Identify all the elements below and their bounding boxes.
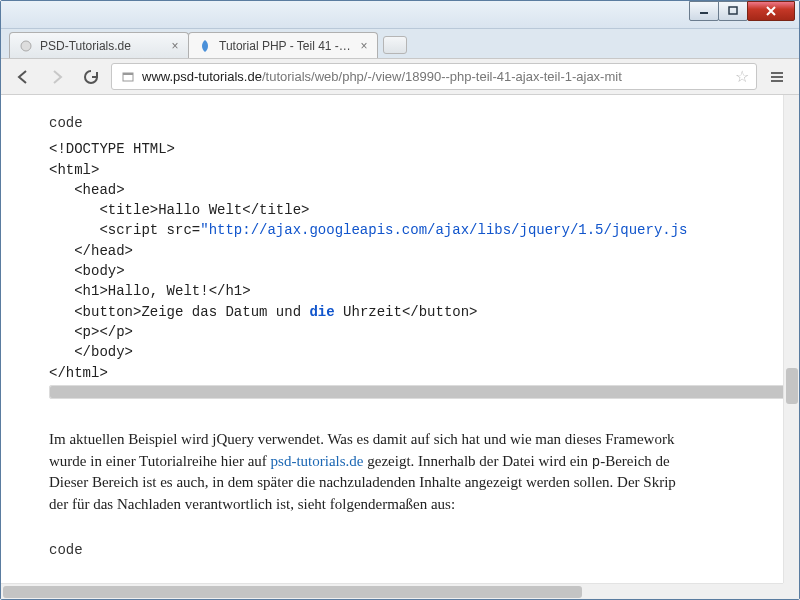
scroll-corner	[783, 583, 799, 599]
forward-button[interactable]	[43, 63, 71, 91]
viewport-v-scrollbar[interactable]	[783, 95, 799, 583]
page-viewport: code <!DOCTYPE HTML> <html> <head> <titl…	[1, 95, 799, 599]
window-titlebar	[1, 1, 799, 29]
chrome-menu-button[interactable]	[763, 63, 791, 91]
code-h-scrollbar[interactable]	[49, 385, 799, 399]
svg-rect-1	[729, 7, 737, 14]
minimize-icon	[699, 6, 709, 16]
svg-rect-0	[700, 12, 708, 14]
reload-icon	[83, 69, 99, 85]
arrow-left-icon	[14, 68, 32, 86]
reload-button[interactable]	[77, 63, 105, 91]
close-icon	[765, 5, 777, 17]
address-bar[interactable]: www.psd-tutorials.de/tutorials/web/php/-…	[111, 63, 757, 90]
code-label: code	[49, 540, 799, 560]
minimize-button[interactable]	[689, 1, 719, 21]
viewport-h-scrollbar[interactable]	[1, 583, 783, 599]
code-block: <!DOCTYPE HTML> <html> <head> <title>Hal…	[49, 139, 799, 383]
code-label: code	[49, 113, 799, 133]
inline-code: p	[592, 454, 600, 470]
tab-close-button[interactable]: ×	[168, 39, 182, 53]
tab-close-button[interactable]: ×	[357, 39, 371, 53]
svg-rect-6	[771, 76, 783, 78]
url-text: www.psd-tutorials.de/tutorials/web/php/-…	[142, 69, 732, 84]
globe-icon	[120, 69, 136, 85]
favicon-icon	[18, 38, 34, 54]
svg-rect-5	[771, 72, 783, 74]
code-h-scroll-thumb[interactable]	[50, 386, 799, 398]
article-paragraph: Im aktuellen Beispiel wird jQuery verwen…	[49, 429, 799, 516]
tabs-row: PSD-Tutorials.de × Tutorial PHP - Teil 4…	[1, 29, 799, 59]
inline-link[interactable]: psd-tutorials.de	[271, 453, 364, 469]
svg-rect-7	[771, 80, 783, 82]
svg-rect-4	[123, 73, 133, 75]
maximize-button[interactable]	[718, 1, 748, 21]
svg-point-2	[21, 41, 31, 51]
page-content: code <!DOCTYPE HTML> <html> <head> <titl…	[1, 95, 799, 599]
maximize-icon	[728, 6, 738, 16]
close-button[interactable]	[747, 1, 795, 21]
browser-toolbar: www.psd-tutorials.de/tutorials/web/php/-…	[1, 59, 799, 95]
back-button[interactable]	[9, 63, 37, 91]
viewport-h-scroll-thumb[interactable]	[3, 586, 582, 598]
arrow-right-icon	[48, 68, 66, 86]
menu-icon	[769, 69, 785, 85]
favicon-icon	[197, 38, 213, 54]
tab-1[interactable]: Tutorial PHP - Teil 41 - Aja ×	[188, 32, 378, 58]
new-tab-button[interactable]	[383, 36, 407, 54]
bookmark-star-icon[interactable]: ☆	[732, 67, 752, 86]
tab-title: PSD-Tutorials.de	[40, 39, 164, 53]
tab-0[interactable]: PSD-Tutorials.de ×	[9, 32, 189, 58]
tab-title: Tutorial PHP - Teil 41 - Aja	[219, 39, 353, 53]
viewport-v-scroll-thumb[interactable]	[786, 368, 798, 404]
browser-window: PSD-Tutorials.de × Tutorial PHP - Teil 4…	[0, 0, 800, 600]
window-controls	[690, 1, 795, 21]
